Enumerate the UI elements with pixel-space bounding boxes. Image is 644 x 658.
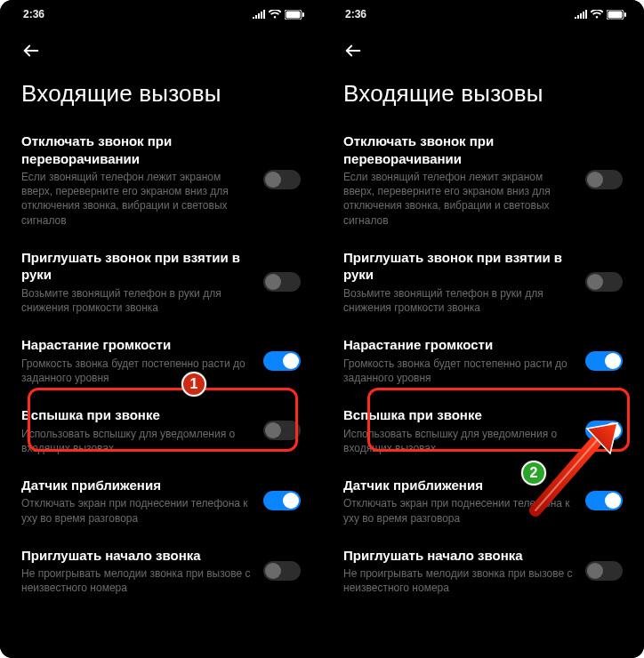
setting-text: Вспышка при звонкеИспользовать вспышку д… [21, 406, 253, 455]
settings-list-right: Отключать звонок при переворачиванииЕсли… [322, 122, 644, 606]
annotation-badge-1: 1 [181, 372, 206, 397]
setting-flip_to_silence[interactable]: Отключать звонок при переворачиванииЕсли… [0, 122, 322, 238]
toggle-knob [587, 274, 603, 290]
toggle-knob [265, 422, 281, 438]
phone-screen-left: 2:36 Входящие вызовы Отключать звонок пр… [0, 0, 322, 658]
setting-title: Вспышка при звонке [343, 406, 575, 424]
page-title: Входящие вызовы [0, 73, 322, 122]
toggle-knob [605, 353, 621, 369]
setting-switch-container [585, 561, 623, 581]
setting-desc: Использовать вспышку для уведомления о в… [343, 427, 575, 455]
setting-switch-container [585, 170, 623, 189]
toggle-ascending_volume[interactable] [585, 351, 623, 371]
status-time: 2:36 [23, 8, 44, 20]
setting-mute_start_ring[interactable]: Приглушать начало звонкаНе проигрывать м… [322, 536, 644, 606]
setting-switch-container [263, 272, 301, 292]
settings-list-left: Отключать звонок при переворачиванииЕсли… [0, 122, 322, 606]
toggle-knob [265, 172, 281, 188]
setting-desc: Отключать экран при поднесении телефона … [343, 496, 575, 525]
svg-rect-2 [302, 12, 304, 17]
toggle-proximity_sensor[interactable] [585, 491, 623, 510]
status-icons [253, 10, 304, 20]
toggle-knob [265, 274, 281, 290]
setting-text: Нарастание громкостиГромкость звонка буд… [343, 336, 575, 385]
back-icon[interactable] [21, 41, 41, 60]
setting-text: Датчик приближенияОтключать экран при по… [21, 477, 253, 526]
battery-icon [285, 10, 304, 20]
toggle-proximity_sensor[interactable] [263, 491, 301, 510]
setting-switch-container [263, 351, 301, 371]
back-row [322, 23, 644, 73]
setting-text: Приглушать звонок при взятии в рукиВозьм… [21, 249, 253, 315]
setting-desc: Не проигрывать мелодии звонка при вызове… [343, 566, 575, 595]
setting-ascending_volume[interactable]: Нарастание громкостиГромкость звонка буд… [0, 325, 322, 396]
setting-switch-container [585, 421, 623, 440]
toggle-flip_to_silence[interactable] [263, 170, 301, 189]
status-bar: 2:36 [0, 0, 322, 23]
setting-text: Вспышка при звонкеИспользовать вспышку д… [343, 406, 575, 455]
toggle-pickup_quiet[interactable] [585, 272, 623, 292]
setting-text: Отключать звонок при переворачиванииЕсли… [21, 132, 253, 228]
setting-text: Приглушать начало звонкаНе проигрывать м… [343, 547, 575, 596]
setting-desc: Громкость звонка будет постепенно расти … [343, 357, 575, 385]
setting-proximity_sensor[interactable]: Датчик приближенияОтключать экран при по… [0, 466, 322, 536]
status-bar: 2:36 [322, 0, 644, 23]
setting-proximity_sensor[interactable]: Датчик приближенияОтключать экран при по… [322, 466, 644, 536]
toggle-flip_to_silence[interactable] [585, 170, 623, 189]
setting-flash_on_call[interactable]: Вспышка при звонкеИспользовать вспышку д… [322, 396, 644, 466]
setting-title: Нарастание громкости [21, 336, 253, 354]
setting-desc: Возьмите звонящий телефон в руки для сни… [343, 286, 575, 315]
screenshot-canvas: 2:36 Входящие вызовы Отключать звонок пр… [0, 0, 644, 658]
signal-icon [253, 10, 265, 19]
wifi-icon [591, 10, 603, 19]
setting-switch-container [585, 272, 623, 292]
toggle-pickup_quiet[interactable] [263, 272, 301, 292]
setting-text: Отключать звонок при переворачиванииЕсли… [343, 132, 575, 228]
setting-title: Вспышка при звонке [21, 406, 253, 424]
toggle-flash_on_call[interactable] [263, 421, 301, 440]
setting-title: Приглушать начало звонка [21, 547, 253, 565]
wifi-icon [269, 10, 281, 19]
setting-desc: Отключать экран при поднесении телефона … [21, 496, 253, 525]
setting-ascending_volume[interactable]: Нарастание громкостиГромкость звонка буд… [322, 325, 644, 396]
setting-flash_on_call[interactable]: Вспышка при звонкеИспользовать вспышку д… [0, 396, 322, 466]
toggle-mute_start_ring[interactable] [585, 561, 623, 581]
setting-flip_to_silence[interactable]: Отключать звонок при переворачиванииЕсли… [322, 122, 644, 238]
toggle-mute_start_ring[interactable] [263, 561, 301, 581]
toggle-ascending_volume[interactable] [263, 351, 301, 371]
setting-desc: Если звонящий телефон лежит экраном ввер… [21, 170, 253, 228]
setting-text: Приглушать звонок при взятии в рукиВозьм… [343, 249, 575, 315]
setting-desc: Не проигрывать мелодии звонка при вызове… [21, 566, 253, 595]
toggle-knob [587, 172, 603, 188]
setting-title: Нарастание громкости [343, 336, 575, 354]
setting-title: Отключать звонок при переворачивании [21, 132, 253, 167]
battery-icon [607, 10, 626, 20]
setting-desc: Если звонящий телефон лежит экраном ввер… [343, 170, 575, 228]
setting-desc: Громкость звонка будет постепенно расти … [21, 357, 253, 385]
toggle-knob [283, 493, 299, 509]
setting-switch-container [263, 491, 301, 510]
annotation-badge-2: 2 [521, 461, 546, 485]
toggle-knob [283, 353, 299, 369]
setting-title: Отключать звонок при переворачивании [343, 132, 575, 167]
setting-text: Приглушать начало звонкаНе проигрывать м… [21, 547, 253, 596]
setting-desc: Возьмите звонящий телефон в руки для сни… [21, 286, 253, 315]
back-icon[interactable] [343, 41, 363, 60]
svg-rect-4 [608, 11, 623, 18]
setting-switch-container [263, 421, 301, 440]
setting-mute_start_ring[interactable]: Приглушать начало звонкаНе проигрывать м… [0, 536, 322, 606]
toggle-knob [605, 422, 621, 438]
back-row [0, 23, 322, 73]
setting-desc: Использовать вспышку для уведомления о в… [21, 427, 253, 455]
phone-screen-right: 2:36 Входящие вызовы Отключать звонок пр… [322, 0, 644, 658]
setting-pickup_quiet[interactable]: Приглушать звонок при взятии в рукиВозьм… [322, 238, 644, 325]
setting-switch-container [585, 351, 623, 371]
setting-title: Приглушать звонок при взятии в руки [343, 249, 575, 284]
page-title: Входящие вызовы [322, 73, 644, 122]
toggle-flash_on_call[interactable] [585, 421, 623, 440]
setting-title: Приглушать начало звонка [343, 547, 575, 565]
setting-text: Нарастание громкостиГромкость звонка буд… [21, 336, 253, 385]
setting-pickup_quiet[interactable]: Приглушать звонок при взятии в рукиВозьм… [0, 238, 322, 325]
svg-rect-5 [624, 12, 626, 17]
setting-switch-container [263, 170, 301, 189]
